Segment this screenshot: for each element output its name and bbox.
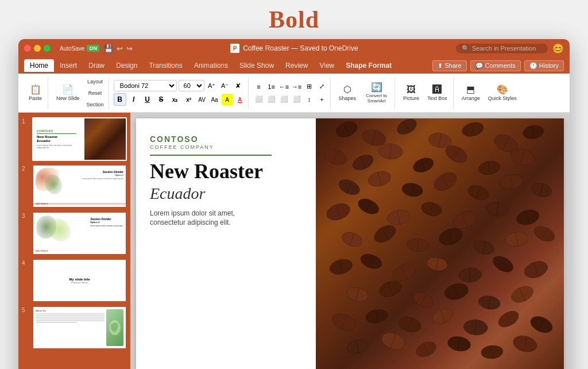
tab-shape-format[interactable]: Shape Format bbox=[340, 59, 397, 72]
autosave-area: AutoSave ON bbox=[60, 45, 99, 52]
close-button[interactable] bbox=[24, 45, 31, 52]
font-group: Bodoni 72 60 A⁺ A⁻ ✘ B I U S x₂ x² AV bbox=[111, 77, 249, 109]
title-bar: AutoSave ON 💾 ↩ ↪ P Coffee Roaster — Sav… bbox=[18, 39, 570, 57]
arrange-icon: ⬒ bbox=[466, 85, 475, 94]
slide-item-1[interactable]: 1 CONTOSO New RoasterEcuador Lorem ipsum… bbox=[22, 117, 127, 161]
main-slide[interactable]: CONTOSO COFFEE COMPANY New Roaster Ecuad… bbox=[136, 118, 564, 369]
bold-button[interactable]: B bbox=[114, 93, 126, 106]
tab-view[interactable]: View bbox=[314, 59, 340, 72]
s1-desc: Lorem ipsum dolor sit amet consectetur a… bbox=[37, 144, 81, 149]
bullets-button[interactable]: ≡ bbox=[253, 81, 265, 93]
slide-item-4[interactable]: 4 My slide title Presenter Name bbox=[22, 259, 127, 302]
slide-thumb-3[interactable]: Section Divider Option 2 Lorem ipsum dol… bbox=[32, 212, 127, 255]
align-left-button[interactable]: ⬜ bbox=[253, 94, 265, 105]
paste-button[interactable]: 📋 Paste bbox=[25, 83, 45, 103]
reset-button[interactable]: Reset bbox=[84, 88, 106, 98]
minimize-button[interactable] bbox=[34, 45, 41, 52]
decrease-font-button[interactable]: A⁻ bbox=[219, 80, 231, 91]
save-icon[interactable]: 💾 bbox=[104, 44, 113, 53]
slide-item-3[interactable]: 3 Section Divider Option 2 Lorem ipsum d… bbox=[22, 212, 127, 255]
share-button[interactable]: ⬆ Share bbox=[432, 60, 466, 71]
slide-number-3: 3 bbox=[22, 212, 30, 219]
increase-font-button[interactable]: A⁺ bbox=[206, 80, 218, 91]
slides-group: 📄 New Slide Layout Reset Section bbox=[51, 77, 109, 109]
underline-button[interactable]: U bbox=[141, 93, 154, 106]
logo-divider bbox=[150, 155, 272, 156]
maximize-button[interactable] bbox=[44, 45, 51, 52]
slide-item-2[interactable]: 2 Section Divider Option 1 Lorem ipsum d… bbox=[22, 164, 127, 208]
share-icon: ⬆ bbox=[438, 62, 443, 70]
search-input[interactable] bbox=[472, 45, 542, 52]
change-case-button[interactable]: Aa bbox=[209, 94, 220, 105]
justify-button[interactable]: ⬜ bbox=[291, 94, 303, 105]
tab-transitions[interactable]: Transitions bbox=[143, 59, 188, 72]
tab-home[interactable]: Home bbox=[24, 59, 54, 72]
slide-main-title: New Roaster bbox=[150, 160, 302, 183]
paragraph-group: ≡ 1≡ ←≡ →≡ ⊞ ⤢ ⬜ ⬜ ⬜ ⬜ ↕ + bbox=[251, 77, 331, 109]
add-column-button[interactable]: + bbox=[316, 94, 328, 105]
picture-button[interactable]: 🖼 Picture bbox=[400, 83, 423, 103]
tab-design[interactable]: Design bbox=[110, 59, 143, 72]
search-box[interactable]: 🔍 bbox=[456, 44, 548, 53]
font-size-selector[interactable]: 60 bbox=[179, 80, 204, 91]
clear-format-button[interactable]: ✘ bbox=[233, 80, 244, 91]
align-right-button[interactable]: ⬜ bbox=[278, 94, 290, 105]
reset-label: Reset bbox=[88, 90, 102, 96]
font-color-button[interactable]: A bbox=[234, 94, 246, 105]
shapes-icon: ⬡ bbox=[343, 85, 351, 94]
align-center-button[interactable]: ⬜ bbox=[266, 94, 277, 105]
tab-slideshow[interactable]: Slide Show bbox=[234, 59, 280, 72]
font-selector[interactable]: Bodoni 72 bbox=[114, 80, 177, 91]
ribbon-right: ⬆ Share 💬 Comments 🕐 History bbox=[432, 60, 564, 71]
s1-coffee-image bbox=[84, 118, 126, 160]
font-spacing-button[interactable]: AV bbox=[196, 94, 208, 105]
tab-animations[interactable]: Animations bbox=[188, 59, 234, 72]
textbox-button[interactable]: 🅰 Text Box bbox=[424, 83, 451, 103]
drawing-group: ⬡ Shapes 🔄 Convert to SmartArt bbox=[333, 77, 396, 109]
app-window: AutoSave ON 💾 ↩ ↪ P Coffee Roaster — Sav… bbox=[18, 39, 570, 369]
s2-text-area: Section Divider Option 1 Lorem ipsum dol… bbox=[82, 170, 123, 180]
s4-sub: Presenter Name bbox=[71, 281, 88, 284]
increase-indent-button[interactable]: →≡ bbox=[291, 81, 303, 93]
decrease-indent-button[interactable]: ←≡ bbox=[278, 81, 290, 93]
slide-number-1: 1 bbox=[22, 117, 30, 125]
tab-insert[interactable]: Insert bbox=[54, 59, 83, 72]
section-button[interactable]: Section bbox=[84, 99, 106, 110]
new-slide-button[interactable]: 📄 New Slide bbox=[53, 83, 83, 103]
traffic-lights bbox=[24, 45, 51, 52]
subscript-button[interactable]: x₂ bbox=[169, 93, 181, 106]
quick-styles-button[interactable]: 🎨 Quick Styles bbox=[485, 83, 520, 103]
tab-draw[interactable]: Draw bbox=[83, 59, 110, 72]
italic-button[interactable]: I bbox=[127, 93, 140, 106]
arrange-button[interactable]: ⬒ Arrange bbox=[458, 83, 483, 103]
redo-icon[interactable]: ↪ bbox=[126, 44, 133, 53]
slide-thumb-4[interactable]: My slide title Presenter Name bbox=[32, 259, 127, 302]
shapes-button[interactable]: ⬡ Shapes bbox=[335, 83, 360, 103]
numbering-button[interactable]: 1≡ bbox=[266, 81, 277, 93]
strikethrough-button[interactable]: S bbox=[155, 93, 168, 106]
highlight-button[interactable]: A bbox=[222, 94, 233, 105]
slide-number-2: 2 bbox=[22, 164, 30, 172]
line-spacing-button[interactable]: ↕ bbox=[304, 94, 315, 105]
s5-about-label: About Us bbox=[36, 309, 105, 312]
titlebar-icons: 💾 ↩ ↪ bbox=[104, 44, 133, 53]
tab-review[interactable]: Review bbox=[280, 59, 314, 72]
convert-smartart-button[interactable]: 🔄 Convert to SmartArt bbox=[361, 80, 392, 106]
s1-contoso: CONTOSO bbox=[37, 129, 81, 133]
quick-styles-icon: 🎨 bbox=[497, 85, 508, 94]
columns-button[interactable]: ⊞ bbox=[304, 81, 315, 93]
superscript-button[interactable]: x² bbox=[183, 93, 195, 106]
layout-button[interactable]: Layout bbox=[84, 76, 106, 87]
slide-thumb-1[interactable]: CONTOSO New RoasterEcuador Lorem ipsum d… bbox=[32, 117, 127, 161]
slide-thumb-2[interactable]: Section Divider Option 1 Lorem ipsum dol… bbox=[32, 164, 127, 208]
slide-subtitle: Ecuador bbox=[150, 184, 302, 203]
undo-icon[interactable]: ↩ bbox=[117, 44, 123, 53]
paste-group: 📋 Paste bbox=[23, 77, 48, 109]
autosave-badge[interactable]: ON bbox=[87, 45, 99, 52]
picture-icon: 🖼 bbox=[407, 85, 416, 94]
text-direction-button[interactable]: ⤢ bbox=[316, 81, 328, 93]
history-button[interactable]: 🕐 History bbox=[524, 60, 564, 71]
slide-thumb-5[interactable]: About Us bbox=[32, 306, 127, 349]
comments-button[interactable]: 💬 Comments bbox=[470, 60, 521, 71]
slide-item-5[interactable]: 5 About Us bbox=[22, 306, 127, 349]
